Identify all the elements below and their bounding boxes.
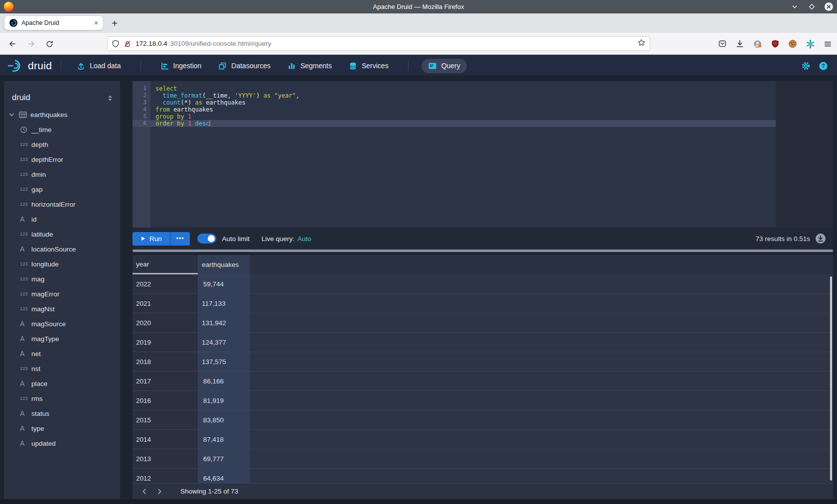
sidebar-column-latitude[interactable]: 123latitude: [4, 227, 120, 242]
cell-year[interactable]: 2021: [133, 294, 198, 313]
result-row-2015[interactable]: 201583,850: [133, 410, 833, 430]
cell-earthquakes[interactable]: 83,850: [198, 410, 250, 430]
cell-year[interactable]: 2014: [133, 430, 198, 449]
code-line-4[interactable]: 4from earthquakes: [133, 106, 776, 113]
sidebar-column-magType[interactable]: AmagType: [4, 331, 120, 346]
shield-icon[interactable]: [112, 40, 120, 48]
result-row-2014[interactable]: 201487,418: [133, 430, 833, 449]
sidebar-column-nst[interactable]: 123nst: [4, 361, 120, 376]
sidebar-column-gap[interactable]: 123gap: [4, 182, 120, 197]
auto-limit-toggle[interactable]: [197, 234, 216, 244]
extension-asterisk-icon[interactable]: [806, 39, 815, 49]
help-icon[interactable]: ?: [819, 61, 828, 71]
sidebar-column-locationSource[interactable]: AlocationSource: [4, 242, 120, 256]
prev-page-icon[interactable]: [139, 486, 150, 498]
cell-earthquakes[interactable]: 64,634: [198, 469, 250, 483]
result-row-2017[interactable]: 201786,166: [133, 372, 833, 391]
cell-earthquakes[interactable]: 86,166: [198, 372, 250, 391]
cell-year[interactable]: 2012: [133, 469, 198, 483]
live-query-control[interactable]: Live query: Auto: [262, 235, 311, 243]
column-header-earthquakes[interactable]: earthquakes: [198, 255, 250, 274]
sidebar-column-id[interactable]: Aid: [4, 212, 120, 227]
sidebar-column-type[interactable]: Atype: [4, 421, 120, 436]
druid-brand[interactable]: druid: [7, 59, 52, 73]
cell-year[interactable]: 2018: [133, 352, 198, 372]
live-query-value[interactable]: Auto: [297, 235, 311, 243]
cell-earthquakes[interactable]: 137,575: [198, 352, 250, 372]
sidebar-column-place[interactable]: Aplace: [4, 376, 120, 391]
download-results-icon[interactable]: [815, 233, 826, 244]
insecure-lock-icon[interactable]: [124, 40, 132, 48]
maximize-icon[interactable]: [806, 1, 817, 12]
bookmark-star-icon[interactable]: [637, 38, 646, 49]
sql-editor[interactable]: 1select2 time_format(__time, 'YYYY') as …: [133, 81, 776, 228]
sidebar-column-magNst[interactable]: 123magNst: [4, 301, 120, 316]
results-scrollbar[interactable]: [830, 276, 832, 481]
downloads-icon[interactable]: [735, 39, 744, 48]
cell-year[interactable]: 2017: [133, 372, 198, 391]
pocket-icon[interactable]: [718, 39, 727, 48]
new-tab-button[interactable]: +: [108, 16, 122, 30]
url-bar[interactable]: 172.18.0.4:30109/unified-console.html#qu…: [107, 36, 650, 51]
result-row-2018[interactable]: 2018137,575: [133, 352, 833, 372]
chevron-down-icon[interactable]: [9, 112, 19, 118]
run-button[interactable]: Run: [133, 232, 170, 246]
sidebar-column-dmin[interactable]: 123dmin: [4, 167, 120, 182]
code-line-3[interactable]: 3 count(*) as earthquakes: [133, 99, 776, 106]
tab-apache-druid[interactable]: Apache Druid ×: [4, 15, 104, 30]
next-page-icon[interactable]: [153, 486, 165, 498]
sidebar-column-mag[interactable]: 123mag: [4, 271, 120, 286]
result-row-2022[interactable]: 202259,744: [133, 274, 833, 294]
result-row-2012[interactable]: 201264,634: [133, 469, 833, 483]
code-line-6[interactable]: 6order by 1 desc: [133, 120, 776, 127]
nav-ingestion[interactable]: Ingestion: [154, 59, 208, 73]
result-row-2019[interactable]: 2019124,377: [133, 333, 833, 352]
result-row-2021[interactable]: 2021117,133: [133, 294, 833, 313]
sidebar-column-rms[interactable]: 123rms: [4, 391, 120, 406]
sidebar-column-__time[interactable]: __time: [4, 122, 120, 137]
cell-earthquakes[interactable]: 69,777: [198, 449, 250, 469]
sidebar-column-net[interactable]: Anet: [4, 346, 120, 361]
cell-earthquakes[interactable]: 131,942: [198, 313, 250, 333]
tab-close-icon[interactable]: ×: [94, 19, 98, 26]
cell-earthquakes[interactable]: 87,418: [198, 430, 250, 449]
cell-earthquakes[interactable]: 124,377: [198, 333, 250, 352]
sidebar-column-magSource[interactable]: AmagSource: [4, 316, 120, 331]
panel-splitter[interactable]: [133, 250, 833, 252]
table-earthquakes[interactable]: earthquakes: [4, 107, 120, 122]
cell-year[interactable]: 2020: [133, 313, 198, 333]
nav-services[interactable]: Services: [342, 59, 395, 73]
run-more-button[interactable]: •••: [170, 232, 190, 246]
cell-earthquakes[interactable]: 59,744: [198, 274, 250, 294]
reload-icon[interactable]: [43, 37, 56, 50]
cell-year[interactable]: 2019: [133, 333, 198, 352]
sidebar-column-status[interactable]: Astatus: [4, 406, 120, 421]
sidebar-column-depth[interactable]: 123depth: [4, 137, 120, 152]
minimize-icon[interactable]: [789, 1, 800, 12]
cell-year[interactable]: 2022: [133, 274, 198, 294]
cell-earthquakes[interactable]: 81,919: [198, 391, 250, 410]
nav-query[interactable]: Query: [421, 59, 467, 73]
cell-year[interactable]: 2015: [133, 410, 198, 430]
cookie-icon[interactable]: [788, 39, 797, 48]
cell-year[interactable]: 2016: [133, 391, 198, 410]
nav-load-data[interactable]: Load data: [70, 59, 127, 73]
result-row-2016[interactable]: 201681,919: [133, 391, 833, 410]
cell-year[interactable]: 2013: [133, 449, 198, 469]
account-containers-icon[interactable]: [753, 39, 762, 49]
nav-datasources[interactable]: Datasources: [212, 59, 277, 73]
sidebar-column-updated[interactable]: Aupdated: [4, 436, 120, 451]
close-icon[interactable]: [823, 1, 834, 12]
sidebar-column-longitude[interactable]: 123longitude: [4, 256, 120, 271]
code-line-2[interactable]: 2 time_format(__time, 'YYYY') as "year",: [133, 92, 776, 99]
sidebar-column-magError[interactable]: 123magError: [4, 286, 120, 301]
ublock-icon[interactable]: [771, 39, 780, 48]
forward-icon[interactable]: [25, 37, 38, 50]
nav-segments[interactable]: Segments: [281, 59, 338, 73]
menu-icon[interactable]: [824, 40, 832, 48]
cell-earthquakes[interactable]: 117,133: [198, 294, 250, 313]
code-line-1[interactable]: 1select: [133, 85, 776, 92]
result-row-2020[interactable]: 2020131,942: [133, 313, 833, 333]
settings-gear-icon[interactable]: [801, 61, 811, 71]
code-line-5[interactable]: 5group by 1: [133, 113, 776, 120]
